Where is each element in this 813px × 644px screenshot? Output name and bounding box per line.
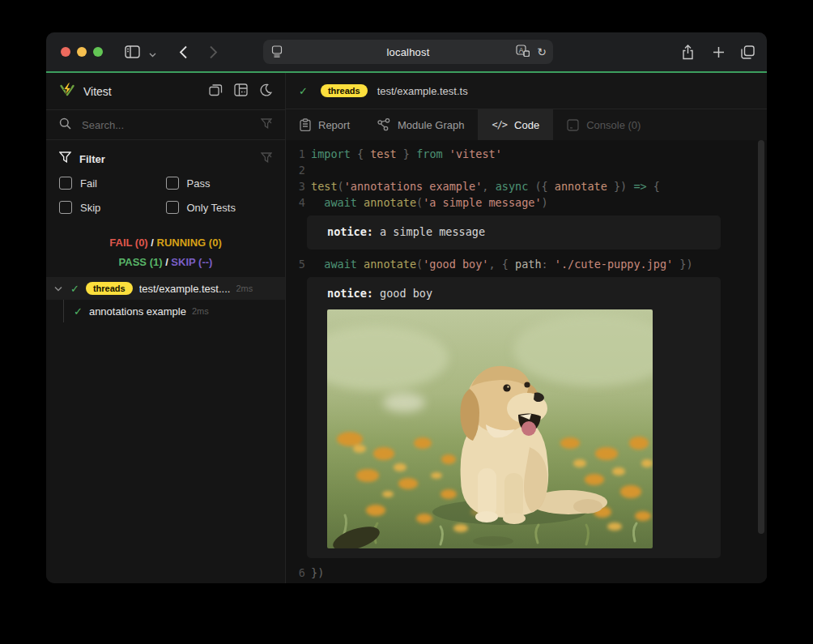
zoom-window-button[interactable] [93,47,103,57]
test-summary: FAIL (0) / RUNNING (0) PASS (1) / SKIP (… [46,233,285,272]
code-token: annotate [555,178,607,194]
line-number: 4 [286,194,311,211]
clipboard-icon [300,118,311,131]
summary-segment: RUNNING (0) [157,237,222,249]
minimize-window-button[interactable] [77,47,87,57]
code-line-3: 3test('annotations example', async ({ an… [286,178,767,194]
code-token: 'annotations example' [344,178,483,194]
filter-checkbox-only-tests[interactable]: Only Tests [166,201,273,214]
code-token: { [357,146,364,162]
code-line-6: 6}) [286,565,767,581]
code-line-1: 1import { test } from 'vitest' [286,146,767,162]
windows-icon[interactable] [209,83,223,100]
code-editor[interactable]: 1import { test } from 'vitest'23test('an… [286,140,767,583]
desktop: localhost A ↻ [0,0,813,644]
code-token [311,194,324,211]
tab-label: Code [514,119,539,131]
browser-titlebar: localhost A ↻ [46,32,767,71]
pool-badge: threads [86,282,133,295]
code-token: }) [311,565,324,581]
summary-segment: / [148,237,157,249]
tab-module-graph[interactable]: Module Graph [364,109,478,140]
tab-overview-icon[interactable] [739,44,756,60]
sidebar-header-actions [209,83,272,100]
annotation-text: a simple message [380,225,485,238]
summary-segment: FAIL (0) [109,237,147,249]
tree-row[interactable]: ✓threadstest/example.test....2ms [46,277,285,300]
filter-checkbox-pass[interactable]: Pass [166,177,273,190]
code-token: : [542,256,548,272]
clear-filter-icon[interactable] [261,117,272,132]
code-token [364,146,370,162]
checkbox-box [166,177,179,190]
pass-check-icon: ✓ [299,85,308,97]
code-token: test [370,146,397,162]
dashboard-icon[interactable] [234,83,248,100]
code-token [397,146,403,162]
code-token: path [515,256,542,272]
code-token: ({ [534,178,547,194]
code-token [496,256,502,272]
code-line-2: 2 [286,162,767,178]
code-token: ( [416,194,423,211]
code-token: { [653,178,660,194]
code-token: 'vitest' [449,146,502,162]
tab-code[interactable]: </>Code [478,109,553,140]
filter-checkbox-fail[interactable]: Fail [59,177,166,190]
code-token: test [311,178,338,194]
code-token [607,178,614,194]
code-token [357,194,364,211]
code-token: ) [542,194,548,211]
annotation-label: notice: [327,287,380,300]
traffic-lights [61,47,103,57]
code-line-5: 5 await annotate('good boy', { path: './… [286,256,767,272]
code-token [357,256,364,272]
share-icon[interactable] [679,44,696,60]
checkbox-label: Pass [187,177,211,190]
back-icon[interactable] [175,44,191,60]
filter-section: Filter FailPassSkipOnly Tests [46,140,285,217]
code-line-4: 4 await annotate('a simple message') [286,194,767,211]
checkbox-box [59,177,72,190]
chevron-down-icon[interactable] [144,47,160,63]
code-token [443,146,449,162]
new-tab-icon[interactable] [710,44,726,60]
close-window-button[interactable] [61,47,70,57]
page-settings-icon[interactable] [271,45,283,60]
code-token [548,178,555,194]
code-token: => [633,178,646,194]
code-token: }) [614,178,627,194]
tab-report[interactable]: Report [286,109,364,140]
sidebar: Vitest [46,73,285,583]
summary-segment: SKIP (--) [171,256,212,268]
tab-label: Report [318,119,350,131]
svg-text:A: A [519,46,524,54]
code-token: './cute-puppy.jpg' [555,256,673,272]
chevron-down-icon[interactable] [54,286,64,292]
filter-header: Filter [59,151,272,166]
summary-segment: PASS (1) [119,256,163,268]
test-tree: ✓threadstest/example.test....2ms✓annotat… [46,277,285,322]
sidebar-toggle-icon[interactable] [124,44,140,60]
address-bar[interactable]: localhost A ↻ [263,40,553,64]
address-bar-actions: A ↻ [516,45,547,59]
line-number: 2 [286,162,311,178]
code-token: , [482,178,488,194]
tab-console-0[interactable]: Console (0) [553,109,654,140]
code-token: annotate [364,256,416,272]
search-input[interactable] [80,118,261,132]
moon-icon[interactable] [259,83,272,100]
filter-checkbox-skip[interactable]: Skip [59,201,166,214]
test-duration: 2ms [192,306,209,316]
reload-icon[interactable]: ↻ [537,46,547,58]
clear-filter-icon[interactable] [261,151,272,166]
code-token [647,178,653,194]
code-token [627,178,633,194]
vertical-scrollbar[interactable] [758,140,764,534]
tree-row[interactable]: ✓annotations example2ms [46,300,285,322]
code-token: , [489,256,496,272]
checkbox-box [166,201,179,214]
forward-icon[interactable] [205,44,221,60]
translate-icon[interactable]: A [516,45,530,59]
code-token: 'a simple message' [423,194,541,211]
